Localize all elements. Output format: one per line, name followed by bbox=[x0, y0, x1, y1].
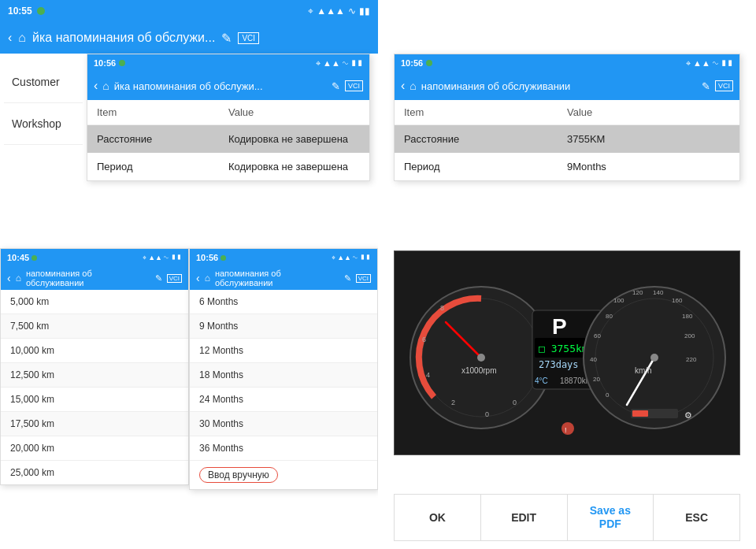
list-item-m2[interactable]: 12 Months bbox=[190, 339, 377, 363]
phone3-time: 10:56 bbox=[196, 253, 218, 262]
phone-card-top: 10:56 ⌖ ▲▲ ∿ ▮▮ ‹ ⌂ йка напоминания об о… bbox=[87, 54, 370, 181]
li-4-km: 15,000 km bbox=[10, 394, 179, 405]
phR-vci[interactable]: VCI bbox=[715, 80, 733, 91]
list-item-0[interactable]: 5,000 km bbox=[1, 290, 188, 314]
back-button[interactable]: ‹ bbox=[8, 31, 12, 45]
li-1-km: 7,500 km bbox=[10, 321, 179, 332]
svg-text:km/h: km/h bbox=[635, 366, 652, 375]
phone3-vci[interactable]: VCI bbox=[356, 274, 371, 283]
manual-input-label[interactable]: Ввод вручную bbox=[199, 467, 278, 483]
main-nav-title: йка напоминания об обслужи... bbox=[32, 31, 215, 45]
phR-home[interactable]: ⌂ bbox=[410, 80, 416, 92]
edit-button[interactable]: EDIT bbox=[481, 495, 568, 540]
phR-row1-col1: Расстояние bbox=[404, 133, 567, 145]
li-m5-months: 30 Months bbox=[199, 418, 368, 429]
side-labels: Customer Workshop bbox=[0, 54, 87, 153]
li-5-km: 17,500 km bbox=[10, 418, 179, 429]
dashboard-image: 8 6 4 2 0 0 x1000rpm P □ 3755km 273days … bbox=[394, 250, 740, 455]
svg-text:6: 6 bbox=[422, 336, 426, 343]
action-buttons: OK EDIT Save as PDF ESC bbox=[394, 494, 740, 541]
phone3-home[interactable]: ⌂ bbox=[205, 273, 210, 284]
li-6-km: 20,000 km bbox=[10, 443, 179, 454]
phone2-status-bar: 10:45 ⌖ ▲▲ ∿ ▮▮ bbox=[1, 249, 188, 266]
li-m0-months: 6 Months bbox=[199, 296, 368, 307]
svg-text:80: 80 bbox=[606, 313, 613, 320]
phone3-title: напоминания об обслуживании bbox=[215, 269, 339, 287]
phone2-nav: ‹ ⌂ напоминания об обслуживании ✎ VCI bbox=[1, 266, 188, 290]
phone1-nav: ‹ ⌂ йка напоминания об обслужи... ✎ VCI bbox=[87, 72, 369, 100]
list-item-5[interactable]: 17,500 km bbox=[1, 412, 188, 436]
phR-icons: ⌖ ▲▲ ∿ ▮▮ bbox=[686, 58, 733, 69]
phone1-time: 10:56 bbox=[94, 58, 116, 68]
svg-text:273days: 273days bbox=[539, 359, 579, 370]
phone1-edit[interactable]: ✎ bbox=[332, 80, 340, 92]
phone3-back[interactable]: ‹ bbox=[196, 272, 200, 284]
esc-button[interactable]: ESC bbox=[654, 495, 739, 540]
phone-card-bottom-left: 10:45 ⌖ ▲▲ ∿ ▮▮ ‹ ⌂ напоминания об обслу… bbox=[0, 248, 189, 485]
svg-text:220: 220 bbox=[686, 356, 697, 363]
ph1-row1-col2: Кодировка не завершена bbox=[228, 133, 360, 145]
svg-text:100: 100 bbox=[613, 297, 624, 304]
phR-row2: Период 9Months bbox=[395, 153, 739, 180]
phR-row1: Расстояние 3755KM bbox=[395, 125, 739, 153]
svg-text:0: 0 bbox=[485, 410, 489, 418]
vci-button[interactable]: VCI bbox=[238, 32, 259, 44]
ph1-row2-col2: Кодировка не завершена bbox=[228, 161, 360, 172]
phR-back[interactable]: ‹ bbox=[401, 79, 405, 93]
svg-text:180: 180 bbox=[682, 313, 693, 320]
list-item-m4[interactable]: 24 Months bbox=[190, 388, 377, 412]
phR-edit[interactable]: ✎ bbox=[702, 80, 710, 92]
edit-label: EDIT bbox=[511, 511, 536, 524]
phone1-title: йка напоминания об обслужи... bbox=[114, 80, 327, 92]
phone3-edit[interactable]: ✎ bbox=[344, 273, 351, 284]
list-item-1[interactable]: 7,500 km bbox=[1, 314, 188, 339]
phone-card-right: 10:56 ⌖ ▲▲ ∿ ▮▮ ‹ ⌂ напоминания об обслу… bbox=[394, 54, 740, 181]
phR-row2-col2: 9Months bbox=[567, 161, 730, 172]
phone1-back[interactable]: ‹ bbox=[94, 79, 98, 93]
list-item-m6[interactable]: 36 Months bbox=[190, 436, 377, 461]
list-item-7[interactable]: 25,000 km bbox=[1, 461, 188, 484]
phR-row1-col2: 3755KM bbox=[567, 133, 730, 145]
phone1-status-bar: 10:56 ⌖ ▲▲ ∿ ▮▮ bbox=[87, 54, 369, 72]
signal-icon: ▲▲▲ bbox=[317, 6, 345, 17]
li-m6-months: 36 Months bbox=[199, 443, 368, 454]
phone2-time: 10:45 bbox=[7, 253, 29, 262]
li-0-km: 5,000 km bbox=[10, 296, 179, 307]
edit-icon[interactable]: ✎ bbox=[221, 31, 232, 46]
list-item-m1[interactable]: 9 Months bbox=[190, 314, 377, 339]
phR-nav: ‹ ⌂ напоминания об обслуживании ✎ VCI bbox=[395, 72, 739, 100]
phone2-home[interactable]: ⌂ bbox=[16, 273, 21, 284]
list-item-m0[interactable]: 6 Months bbox=[190, 290, 377, 314]
phR-title: напоминания об обслуживании bbox=[421, 80, 697, 92]
list-item-m5[interactable]: 30 Months bbox=[190, 412, 377, 436]
list-item-m7[interactable]: Ввод вручную bbox=[190, 461, 377, 489]
phone3-icons: ⌖ ▲▲ ∿ ▮▮ bbox=[332, 254, 371, 262]
phR-table-header: Item Value bbox=[395, 100, 739, 125]
list-item-2[interactable]: 10,000 km bbox=[1, 339, 188, 363]
svg-text:⚙: ⚙ bbox=[684, 410, 692, 420]
ph1-row1: Расстояние Кодировка не завершена bbox=[87, 125, 369, 153]
phone2-edit[interactable]: ✎ bbox=[155, 273, 162, 284]
list-item-6[interactable]: 20,000 km bbox=[1, 436, 188, 461]
customer-label[interactable]: Customer bbox=[4, 61, 83, 103]
phone1-icons: ⌖ ▲▲ ∿ ▮▮ bbox=[316, 58, 363, 69]
svg-text:60: 60 bbox=[594, 332, 601, 339]
workshop-label[interactable]: Workshop bbox=[4, 103, 83, 145]
phone1-dot bbox=[119, 60, 125, 66]
phone1-vci[interactable]: VCI bbox=[345, 80, 363, 91]
wifi-icon: ∿ bbox=[348, 6, 356, 17]
home-button[interactable]: ⌂ bbox=[18, 31, 26, 45]
save-pdf-button[interactable]: Save as PDF bbox=[568, 495, 654, 540]
phone1-home[interactable]: ⌂ bbox=[102, 80, 109, 92]
list-item-3[interactable]: 12,500 km bbox=[1, 363, 188, 388]
ok-button[interactable]: OK bbox=[395, 495, 481, 540]
list-item-4[interactable]: 15,000 km bbox=[1, 388, 188, 412]
phone2-vci[interactable]: VCI bbox=[167, 274, 182, 283]
main-time: 10:55 bbox=[8, 6, 32, 17]
phR-dot bbox=[426, 60, 432, 66]
list-item-m3[interactable]: 18 Months bbox=[190, 363, 377, 388]
phone-card-bottom-right: 10:56 ⌖ ▲▲ ∿ ▮▮ ‹ ⌂ напоминания об обслу… bbox=[189, 248, 378, 490]
svg-point-10 bbox=[477, 354, 485, 362]
li-7-km: 25,000 km bbox=[10, 467, 179, 478]
phone2-back[interactable]: ‹ bbox=[7, 272, 11, 284]
